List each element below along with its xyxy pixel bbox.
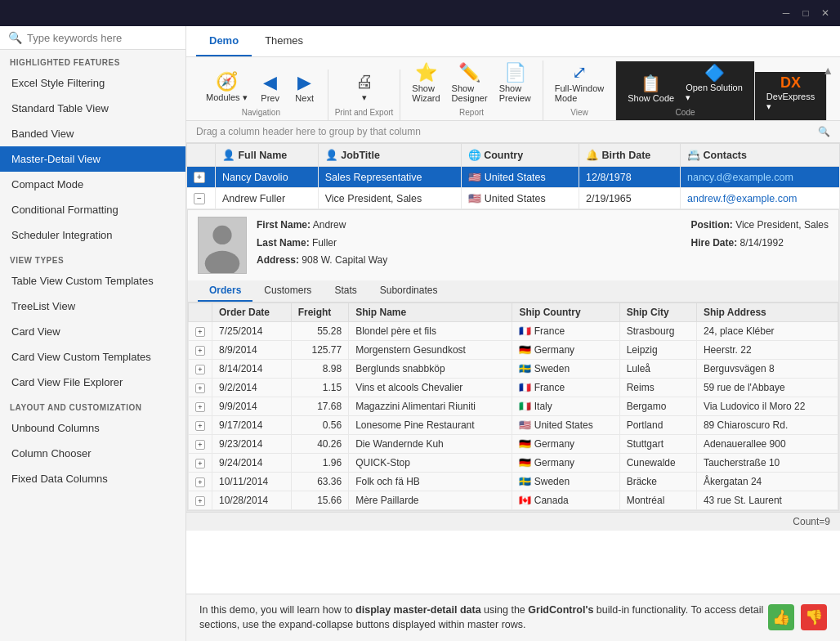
order-expand-cell[interactable]: + (189, 360, 212, 379)
sidebar-item-card-file[interactable]: Card View File Explorer (0, 370, 185, 395)
order-expand-cell[interactable]: + (189, 397, 212, 416)
order-expand-cell[interactable]: + (189, 416, 212, 435)
order-expand-cell[interactable]: + (189, 491, 212, 510)
detail-tab-stats[interactable]: Stats (323, 280, 368, 302)
col-header-contacts[interactable]: 📇 Contacts (681, 144, 840, 167)
sidebar-item-card-custom[interactable]: Card View Custom Templates (0, 344, 185, 370)
order-expand-btn[interactable]: + (195, 459, 205, 468)
search-box[interactable]: 🔍 (0, 26, 185, 50)
order-shipaddress: Heerstr. 22 (696, 341, 838, 360)
table-row[interactable]: − Andrew Fuller Vice President, Sales 🇺🇸… (187, 188, 840, 209)
table-row[interactable]: + 8/9/2014 125.77 Morgenstern Gesundkost… (189, 341, 838, 360)
detail-tab-subordinates[interactable]: Subordinates (369, 280, 449, 302)
ribbon-btn-show-preview[interactable]: 📄 ShowPreview (494, 61, 536, 106)
ribbon-btn-show-wizard[interactable]: ⭐ ShowWizard (407, 61, 445, 106)
cell-country: 🇺🇸United States (461, 188, 579, 209)
orders-col-date[interactable]: Order Date (212, 303, 292, 322)
order-shipcountry: 🇸🇪 Sweden (512, 473, 619, 491)
order-expand-btn[interactable]: + (195, 440, 205, 450)
orders-col-shipname[interactable]: Ship Name (349, 303, 512, 322)
col-header-birthdate[interactable]: 🔔 Birth Date (579, 144, 681, 167)
email-link[interactable]: nancy.d@example.com (687, 172, 793, 183)
orders-col-shipaddress[interactable]: Ship Address (696, 303, 838, 322)
detail-tab-orders[interactable]: Orders (198, 280, 252, 302)
order-expand-btn[interactable]: + (195, 346, 205, 356)
table-row[interactable]: + 7/25/2014 55.28 Blondel père et fils 🇫… (189, 322, 838, 341)
order-shipcity: Strasbourg (619, 322, 696, 341)
close-button[interactable]: ✕ (817, 5, 833, 21)
print-label: ▾ (362, 92, 367, 103)
sidebar-item-treelist[interactable]: TreeList View (0, 294, 185, 319)
orders-col-freight[interactable]: Freight (291, 303, 349, 322)
ribbon-btn-modules[interactable]: 🧭 Modules ▾ (201, 69, 252, 106)
sidebar-item-conditional-formatting[interactable]: Conditional Formatting (0, 197, 185, 222)
table-row[interactable]: + 9/9/2014 17.68 Magazzini Alimentari Ri… (189, 397, 838, 416)
devexpress-label: DevExpress▾ (766, 92, 815, 112)
search-grid-icon[interactable]: 🔍 (818, 126, 830, 137)
expand-button[interactable]: + (194, 172, 205, 183)
sidebar-item-compact-mode[interactable]: Compact Mode (0, 172, 185, 197)
ribbon-btn-open-solution[interactable]: 🔷 Open Solution▾ (681, 61, 748, 106)
order-expand-btn[interactable]: + (195, 327, 205, 337)
ribbon-btn-print[interactable]: 🖨 ▾ (348, 69, 381, 106)
email-link[interactable]: andrew.f@example.com (687, 193, 797, 204)
ribbon-btn-show-code[interactable]: 📋 Show Code (623, 72, 679, 106)
sidebar-item-table-custom[interactable]: Table View Custom Templates (0, 268, 185, 294)
tab-themes[interactable]: Themes (252, 26, 316, 56)
sidebar-item-excel-filtering[interactable]: Excel Style Filtering (0, 70, 185, 96)
table-row[interactable]: + 9/2/2014 1.15 Vins et alcools Chevalie… (189, 379, 838, 397)
section-label-layout: Layout and Customization (0, 395, 185, 415)
table-row[interactable]: + Nancy Davolio Sales Representative 🇺🇸U… (187, 167, 840, 188)
minimize-button[interactable]: ─ (778, 5, 794, 21)
sidebar-item-unbound[interactable]: Unbound Columns (0, 415, 185, 441)
table-row[interactable]: + 9/24/2014 1.96 QUICK-Stop 🇩🇪 Germany C… (189, 454, 838, 473)
orders-col-shipcity[interactable]: Ship City (619, 303, 696, 322)
table-row[interactable]: + 9/23/2014 40.26 Die Wandernde Kuh 🇩🇪 G… (189, 435, 838, 454)
table-row[interactable]: + 10/11/2014 63.36 Folk och fä HB 🇸🇪 Swe… (189, 473, 838, 491)
sidebar-item-card-view[interactable]: Card View (0, 319, 185, 344)
col-header-jobtitle[interactable]: 👤 JobTitle (318, 144, 461, 167)
thumbs-down-button[interactable]: 👎 (801, 604, 827, 630)
order-expand-cell[interactable]: + (189, 454, 212, 473)
sidebar-item-fixed-columns[interactable]: Fixed Data Columns (0, 466, 185, 491)
sidebar-item-standard-table[interactable]: Standard Table View (0, 96, 185, 121)
order-expand-cell[interactable]: + (189, 341, 212, 360)
cell-birthdate: 12/8/1978 (579, 167, 681, 188)
ribbon-btn-show-designer[interactable]: ✏️ ShowDesigner (447, 61, 493, 106)
col-header-country[interactable]: 🌐 Country (461, 144, 579, 167)
tab-demo[interactable]: Demo (196, 26, 252, 56)
table-row[interactable]: + 9/17/2014 0.56 Lonesome Pine Restauran… (189, 416, 838, 435)
orders-col-shipcountry[interactable]: Ship Country (512, 303, 619, 322)
order-expand-btn[interactable]: + (195, 365, 205, 374)
ribbon-btn-prev[interactable]: ◀ Prev (254, 70, 287, 106)
order-expand-cell[interactable]: + (189, 322, 212, 341)
ribbon-btn-next[interactable]: ▶ Next (288, 70, 321, 106)
sidebar-item-banded-view[interactable]: Banded View (0, 121, 185, 146)
section-label-view-types: View Types (0, 248, 185, 268)
order-expand-cell[interactable]: + (189, 435, 212, 454)
expand-button[interactable]: − (194, 193, 205, 204)
sidebar-item-column-chooser[interactable]: Column Chooser (0, 441, 185, 466)
table-row[interactable]: + 8/14/2014 8.98 Berglunds snabbköp 🇸🇪 S… (189, 360, 838, 379)
ribbon-btn-fullwindow[interactable]: ⤢ Full-WindowMode (550, 61, 610, 106)
order-expand-btn[interactable]: + (195, 421, 205, 431)
order-expand-cell[interactable]: + (189, 379, 212, 397)
expand-cell[interactable]: + (187, 167, 216, 188)
search-input[interactable] (27, 32, 177, 44)
order-expand-btn[interactable]: + (195, 496, 205, 506)
col-header-fullname[interactable]: 👤 Full Name (216, 144, 319, 167)
detail-tab-customers[interactable]: Customers (252, 280, 323, 302)
table-row[interactable]: + 10/28/2014 15.66 Mère Paillarde 🇨🇦 Can… (189, 491, 838, 510)
thumbs-up-button[interactable]: 👍 (768, 604, 794, 630)
sidebar-item-scheduler[interactable]: Scheduler Integration (0, 222, 185, 248)
order-freight: 0.56 (291, 416, 349, 435)
collapse-ribbon-button[interactable]: ▲ (822, 64, 833, 77)
maximize-button[interactable]: □ (798, 5, 814, 21)
sidebar-item-master-detail[interactable]: Master-Detail View (0, 146, 185, 172)
order-expand-btn[interactable]: + (195, 477, 205, 487)
order-expand-btn[interactable]: + (195, 383, 205, 393)
order-expand-cell[interactable]: + (189, 473, 212, 491)
order-expand-btn[interactable]: + (195, 402, 205, 412)
expand-cell[interactable]: − (187, 188, 216, 209)
ribbon-btn-devexpress[interactable]: DX DevExpress▾ (762, 72, 820, 115)
